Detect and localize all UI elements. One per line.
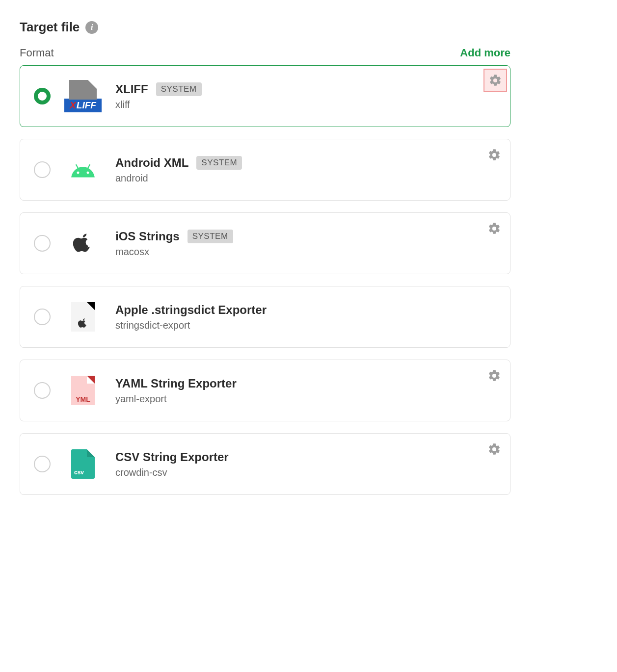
format-text: iOS StringsSYSTEMmacosx — [115, 230, 496, 258]
format-card[interactable]: XLIFFXLIFFSYSTEMxliff — [20, 65, 510, 127]
format-text: Android XMLSYSTEMandroid — [115, 156, 496, 184]
format-text: XLIFFSYSTEMxliff — [115, 82, 496, 110]
system-badge: SYSTEM — [156, 82, 202, 96]
format-toolbar: Format Add more — [20, 47, 510, 59]
format-text: Apple .stringsdict Exporterstringsdict-e… — [115, 303, 496, 331]
format-card[interactable]: YMLYAML String Exporteryaml-export — [20, 360, 510, 421]
xliff-icon: XLIFF — [64, 78, 102, 115]
gear-icon[interactable] — [483, 69, 507, 92]
format-subtitle: android — [115, 173, 496, 184]
android-icon — [64, 151, 102, 188]
format-card[interactable]: Android XMLSYSTEMandroid — [20, 139, 510, 201]
format-list: XLIFFXLIFFSYSTEMxliffAndroid XMLSYSTEMan… — [20, 65, 510, 495]
format-title: XLIFF — [115, 82, 148, 96]
system-badge: SYSTEM — [188, 230, 233, 243]
format-title: CSV String Exporter — [115, 450, 229, 464]
format-card[interactable]: iOS StringsSYSTEMmacosx — [20, 212, 510, 274]
section-header: Target file i — [20, 20, 510, 35]
add-more-button[interactable]: Add more — [460, 47, 510, 59]
format-text: CSV String Exportercrowdin-csv — [115, 450, 496, 478]
format-subtitle: macosx — [115, 246, 496, 258]
format-card[interactable]: Apple .stringsdict Exporterstringsdict-e… — [20, 286, 510, 348]
format-text: YAML String Exporteryaml-export — [115, 377, 496, 405]
ios-icon — [64, 225, 102, 262]
yaml-icon: YML — [64, 372, 102, 409]
format-title: Apple .stringsdict Exporter — [115, 303, 267, 317]
format-subtitle: crowdin-csv — [115, 467, 496, 478]
system-badge: SYSTEM — [196, 156, 242, 170]
format-subtitle: yaml-export — [115, 393, 496, 405]
csv-icon: csv — [64, 445, 102, 483]
target-file-section: Target file i Format Add more XLIFFXLIFF… — [20, 20, 510, 495]
format-subtitle: stringsdict-export — [115, 320, 496, 331]
format-title: YAML String Exporter — [115, 377, 237, 390]
radio-button[interactable] — [34, 382, 51, 399]
info-icon[interactable]: i — [85, 21, 98, 34]
stringsdict-icon — [64, 298, 102, 336]
section-title: Target file — [20, 20, 80, 35]
format-card[interactable]: csvCSV String Exportercrowdin-csv — [20, 433, 510, 495]
format-label: Format — [20, 47, 54, 59]
gear-icon[interactable] — [487, 222, 501, 235]
radio-button[interactable] — [34, 456, 51, 472]
format-title: iOS Strings — [115, 230, 180, 243]
format-subtitle: xliff — [115, 99, 496, 110]
format-title: Android XML — [115, 156, 188, 170]
radio-button[interactable] — [34, 88, 51, 104]
gear-icon[interactable] — [487, 148, 501, 162]
gear-icon[interactable] — [487, 442, 501, 456]
radio-button[interactable] — [34, 161, 51, 178]
radio-button[interactable] — [34, 235, 51, 252]
radio-button[interactable] — [34, 309, 51, 325]
gear-icon[interactable] — [487, 369, 501, 383]
